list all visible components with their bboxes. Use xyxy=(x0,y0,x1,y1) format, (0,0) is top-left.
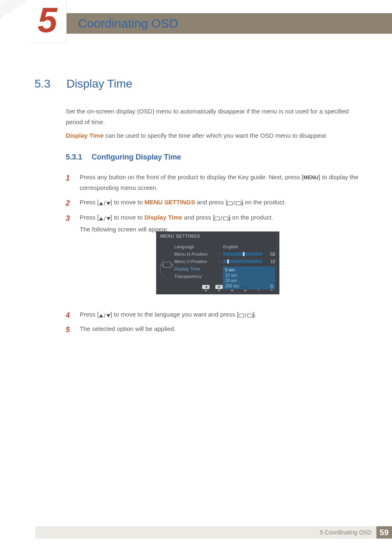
osd-label-hpos: Menu H-Position xyxy=(174,250,219,258)
osd-value-language: English xyxy=(223,244,238,249)
osd-btn-left xyxy=(201,285,210,292)
highlight-display-time: Display Time xyxy=(66,132,104,139)
footer-page-number: 59 xyxy=(376,526,392,539)
osd-title: MENU SETTINGS xyxy=(156,231,279,240)
osd-slider-hpos xyxy=(223,252,263,256)
osd-body: Language Menu H-Position Menu V-Position… xyxy=(156,240,279,283)
osd-dropdown-display-time: 5 sec 10 sec 20 sec 200 sec xyxy=(223,266,275,289)
menu-label: MENU xyxy=(303,175,318,180)
steps-list-cont: 4 Press [/] to move to the language you … xyxy=(66,309,367,337)
step-4: 4 Press [/] to move to the language you … xyxy=(66,309,367,321)
chapter-badge: 5 xyxy=(29,0,67,43)
page-footer: 5 Coordinating OSD 59 xyxy=(35,526,392,539)
step-2: 2 Press [/] to move to MENU SETTINGS and… xyxy=(66,197,367,209)
subsection-heading: 5.3.1 Configuring Display Time xyxy=(66,153,181,162)
osd-label-vpos: Menu V-Position xyxy=(174,258,219,265)
osd-btn-down xyxy=(214,285,224,292)
subsection-number: 5.3.1 xyxy=(66,153,82,161)
chapter-number: 5 xyxy=(38,2,58,37)
osd-slider-vpos xyxy=(223,260,263,263)
section-title: Display Time xyxy=(67,77,132,90)
footer-crumb: 5 Coordinating OSD xyxy=(320,529,371,536)
section-number: 5.3 xyxy=(35,77,63,90)
chapter-title: Coordinating OSD xyxy=(78,13,178,34)
osd-label-display-time: Display Time xyxy=(174,265,219,273)
source-enter-icon: / xyxy=(239,310,253,321)
step-1: 1 Press any button on the front of the p… xyxy=(66,172,367,194)
section-heading: 5.3 Display Time xyxy=(35,77,132,90)
up-down-icon: / xyxy=(99,213,111,224)
paragraph-2: Display Time can be used to specify the … xyxy=(66,130,367,141)
corner-hatch xyxy=(0,0,29,18)
osd-category-icon xyxy=(163,262,171,268)
osd-label-transparency: Transparency xyxy=(174,273,219,280)
up-down-icon: / xyxy=(99,310,111,321)
intro-paragraph: Set the on-screen display (OSD) menu to … xyxy=(66,106,367,127)
source-enter-icon: / xyxy=(214,213,228,224)
osd-label-language: Language xyxy=(174,243,219,250)
source-enter-icon: / xyxy=(227,198,241,208)
subsection-title: Configuring Display Time xyxy=(92,153,181,161)
up-down-icon: / xyxy=(99,198,111,208)
step-5: 5 The selected option will be applied. xyxy=(66,324,367,334)
osd-screenshot: MENU SETTINGS Language Menu H-Position M… xyxy=(156,231,279,294)
steps-list: 1 Press any button on the front of the p… xyxy=(66,172,367,238)
